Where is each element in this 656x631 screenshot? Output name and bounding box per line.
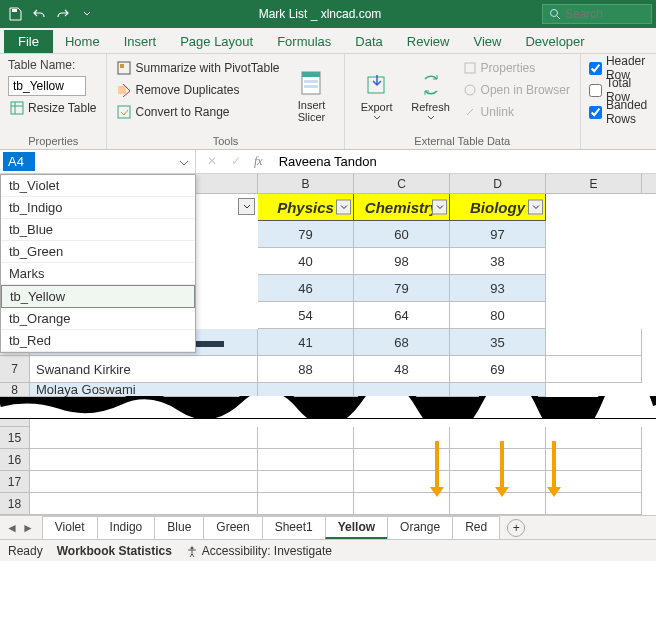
svg-rect-5 — [118, 86, 126, 94]
svg-rect-10 — [304, 85, 318, 88]
data-cell: 68 — [354, 329, 450, 356]
sheet-tab-yellow[interactable]: Yellow — [325, 516, 388, 539]
data-cell: 64 — [354, 302, 450, 329]
export-button[interactable]: Export — [353, 58, 401, 133]
tab-developer[interactable]: Developer — [513, 30, 596, 53]
dropdown-item[interactable]: tb_Violet — [1, 175, 195, 197]
summarize-pivot-button[interactable]: Summarize with PivotTable — [115, 58, 281, 78]
empty-row[interactable]: 15 — [0, 427, 656, 449]
formula-input[interactable] — [273, 154, 656, 169]
sheet-tab-sheet1[interactable]: Sheet1 — [262, 516, 326, 539]
data-cell: 38 — [450, 248, 546, 275]
titlebar: Mark List _ xlncad.com — [0, 0, 656, 28]
tab-data[interactable]: Data — [343, 30, 394, 53]
sheet-tab-bar: ◄ ► VioletIndigoBlueGreenSheet1YellowOra… — [0, 515, 656, 539]
dropdown-item[interactable]: tb_Blue — [1, 219, 195, 241]
torn-edge-graphic — [0, 397, 656, 419]
redo-icon[interactable] — [52, 3, 74, 25]
resize-table-button[interactable]: Resize Table — [8, 98, 98, 118]
tab-file[interactable]: File — [4, 30, 53, 53]
col-header-d[interactable]: D — [450, 174, 546, 193]
tab-view[interactable]: View — [461, 30, 513, 53]
cancel-formula-icon[interactable]: ✕ — [202, 154, 222, 169]
save-icon[interactable] — [4, 3, 26, 25]
filter-button[interactable] — [432, 200, 447, 215]
ribbon-tabs: FileHomeInsertPage LayoutFormulasDataRev… — [0, 28, 656, 54]
svg-rect-4 — [120, 64, 124, 68]
data-cell: 54 — [258, 302, 354, 329]
svg-rect-6 — [118, 106, 130, 118]
status-ready: Ready — [8, 544, 43, 558]
sheet-tab-indigo[interactable]: Indigo — [97, 516, 156, 539]
name-box-container: A4 tb_Violettb_Indigotb_Bluetb_GreenMark… — [0, 150, 196, 173]
dropdown-item[interactable]: tb_Red — [1, 330, 195, 352]
formula-bar: A4 tb_Violettb_Indigotb_Bluetb_GreenMark… — [0, 150, 656, 174]
search-icon — [549, 8, 561, 20]
accessibility-status[interactable]: Accessibility: Investigate — [186, 544, 332, 558]
header-row-checkbox[interactable]: Header Row — [589, 58, 648, 78]
ribbon-group-properties: Table Name: Resize Table Properties — [0, 54, 107, 149]
col-header-b[interactable]: B — [258, 174, 354, 193]
tab-home[interactable]: Home — [53, 30, 112, 53]
table-properties-button: Properties — [461, 58, 572, 78]
dropdown-item[interactable]: tb_Yellow — [1, 285, 195, 308]
name-box-dropdown-icon[interactable] — [179, 155, 189, 169]
sheet-nav-prev-icon[interactable]: ◄ — [6, 521, 18, 535]
annotation-arrow-down — [500, 441, 504, 487]
filter-button[interactable] — [336, 200, 351, 215]
sheet-tab-blue[interactable]: Blue — [154, 516, 204, 539]
dropdown-item[interactable]: tb_Orange — [1, 308, 195, 330]
sheet-tab-violet[interactable]: Violet — [42, 516, 98, 539]
col-header-e[interactable]: E — [546, 174, 642, 193]
dropdown-item[interactable]: Marks — [1, 263, 195, 285]
name-box-dropdown: tb_Violettb_Indigotb_Bluetb_GreenMarkstb… — [0, 174, 196, 353]
data-cell: 46 — [258, 275, 354, 302]
quick-access-toolbar — [4, 3, 98, 25]
accept-formula-icon[interactable]: ✓ — [226, 154, 246, 169]
refresh-button[interactable]: Refresh — [407, 58, 455, 133]
insert-slicer-button[interactable]: Insert Slicer — [288, 58, 336, 133]
svg-point-14 — [190, 546, 193, 549]
svg-rect-0 — [12, 9, 17, 12]
dropdown-item[interactable]: tb_Green — [1, 241, 195, 263]
group-label-external: External Table Data — [353, 133, 572, 147]
data-cell: 79 — [258, 221, 354, 248]
col-header-c[interactable]: C — [354, 174, 450, 193]
data-cell: 97 — [450, 221, 546, 248]
sheet-nav-next-icon[interactable]: ► — [22, 521, 34, 535]
sheet-tab-green[interactable]: Green — [203, 516, 262, 539]
workbook-stats-button[interactable]: Workbook Statistics — [57, 544, 172, 558]
filter-button[interactable] — [528, 200, 543, 215]
name-box[interactable]: A4 — [3, 152, 35, 171]
empty-row[interactable]: 16 — [0, 449, 656, 471]
group-label-tools: Tools — [115, 133, 335, 147]
convert-range-button[interactable]: Convert to Range — [115, 102, 281, 122]
document-title: Mark List _ xlncad.com — [98, 7, 542, 21]
table-row[interactable]: 8 Molaya Goswami — [0, 383, 656, 397]
add-sheet-button[interactable]: + — [507, 519, 525, 537]
undo-icon[interactable] — [28, 3, 50, 25]
table-row[interactable]: 7Swanand Kirkire884869 — [0, 356, 656, 383]
search-box[interactable] — [542, 4, 652, 24]
tab-formulas[interactable]: Formulas — [265, 30, 343, 53]
total-row-checkbox[interactable]: Total Row — [589, 80, 648, 100]
tab-page-layout[interactable]: Page Layout — [168, 30, 265, 53]
accessibility-icon — [186, 545, 198, 557]
chevron-down-icon — [427, 115, 435, 120]
banded-rows-checkbox[interactable]: Banded Rows — [589, 102, 648, 122]
table-name-label: Table Name: — [8, 58, 98, 72]
sheet-tab-orange[interactable]: Orange — [387, 516, 453, 539]
remove-duplicates-button[interactable]: Remove Duplicates — [115, 80, 281, 100]
search-input[interactable] — [565, 7, 635, 21]
tab-insert[interactable]: Insert — [112, 30, 169, 53]
data-cell: 98 — [354, 248, 450, 275]
fx-icon[interactable]: fx — [254, 154, 263, 169]
sheet-tab-red[interactable]: Red — [452, 516, 500, 539]
worksheet-grid-lower[interactable]: 15161718 — [0, 419, 656, 515]
dropdown-item[interactable]: tb_Indigo — [1, 197, 195, 219]
qat-more-icon[interactable] — [76, 3, 98, 25]
svg-rect-12 — [465, 63, 475, 73]
tab-review[interactable]: Review — [395, 30, 462, 53]
table-name-input[interactable] — [8, 76, 86, 96]
filter-button[interactable] — [238, 198, 255, 215]
